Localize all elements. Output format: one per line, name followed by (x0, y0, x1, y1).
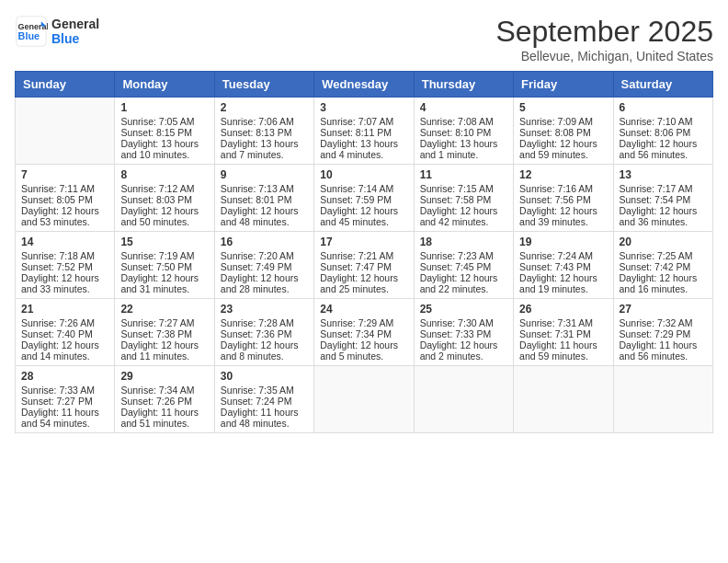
day-info-line: Daylight: 12 hours (620, 272, 707, 283)
calendar-cell: 2Sunrise: 7:06 AMSunset: 8:13 PMDaylight… (214, 98, 313, 165)
day-info-line: Sunset: 7:50 PM (120, 261, 208, 272)
calendar-cell: 9Sunrise: 7:13 AMSunset: 8:01 PMDaylight… (214, 165, 313, 232)
day-info-line: Sunrise: 7:32 AM (620, 317, 707, 328)
day-info-line: and 19 minutes. (519, 283, 607, 294)
weekday-header-thursday: Thursday (414, 72, 513, 98)
calendar-cell: 25Sunrise: 7:30 AMSunset: 7:33 PMDayligh… (414, 299, 513, 366)
day-info-line: Daylight: 11 hours (21, 407, 108, 418)
day-info-line: Sunset: 8:15 PM (120, 127, 208, 138)
day-info-line: Sunset: 7:31 PM (519, 328, 607, 339)
day-info-line: Sunset: 7:24 PM (221, 396, 308, 407)
calendar-cell: 16Sunrise: 7:20 AMSunset: 7:49 PMDayligh… (214, 232, 313, 299)
day-info-line: and 36 minutes. (620, 216, 707, 227)
day-number: 21 (21, 303, 108, 316)
weekday-header-friday: Friday (514, 72, 613, 98)
calendar-cell (613, 366, 712, 433)
calendar-cell: 27Sunrise: 7:32 AMSunset: 7:29 PMDayligh… (613, 299, 712, 366)
day-number: 4 (420, 101, 507, 114)
day-info-line: Sunset: 7:27 PM (21, 396, 108, 407)
day-info-line: Sunrise: 7:24 AM (519, 250, 607, 261)
day-info-line: and 14 minutes. (21, 350, 108, 362)
day-number: 2 (221, 101, 308, 114)
day-info-line: Daylight: 12 hours (120, 272, 208, 283)
day-info-line: Sunset: 7:34 PM (320, 328, 407, 339)
day-number: 24 (320, 303, 407, 316)
calendar-cell: 7Sunrise: 7:11 AMSunset: 8:05 PMDaylight… (16, 165, 115, 232)
day-info-line: Sunset: 7:29 PM (620, 328, 707, 339)
day-info-line: and 56 minutes. (620, 350, 707, 362)
day-info-line: Sunrise: 7:11 AM (21, 183, 108, 194)
page-header: General Blue General Blue September 2025… (15, 15, 713, 63)
day-info-line: Daylight: 12 hours (221, 339, 308, 350)
calendar-cell: 1Sunrise: 7:05 AMSunset: 8:15 PMDaylight… (115, 98, 214, 165)
calendar-cell (314, 366, 414, 433)
day-info-line: Sunrise: 7:25 AM (620, 250, 707, 261)
calendar-cell: 24Sunrise: 7:29 AMSunset: 7:34 PMDayligh… (314, 299, 414, 366)
weekday-header-wednesday: Wednesday (314, 72, 414, 98)
day-number: 12 (519, 168, 607, 181)
weekday-header-tuesday: Tuesday (214, 72, 313, 98)
month-title: September 2025 (495, 15, 713, 49)
day-info-line: and 10 minutes. (120, 149, 208, 160)
day-number: 17 (320, 236, 407, 248)
day-info-line: and 50 minutes. (120, 216, 208, 227)
day-info-line: Sunrise: 7:28 AM (221, 317, 308, 328)
day-info-line: and 53 minutes. (21, 216, 108, 227)
day-number: 22 (120, 303, 208, 316)
day-info-line: and 7 minutes. (221, 149, 308, 160)
calendar-week-1: 7Sunrise: 7:11 AMSunset: 8:05 PMDaylight… (16, 165, 713, 232)
title-block: September 2025 Bellevue, Michigan, Unite… (495, 15, 713, 63)
weekday-header-saturday: Saturday (613, 72, 712, 98)
logo-text: General Blue (51, 17, 99, 46)
day-info-line: and 4 minutes. (320, 149, 407, 160)
day-info-line: Daylight: 11 hours (620, 339, 707, 350)
calendar-cell: 28Sunrise: 7:33 AMSunset: 7:27 PMDayligh… (16, 366, 115, 433)
day-info-line: and 25 minutes. (320, 283, 407, 294)
day-info-line: Sunset: 7:38 PM (120, 328, 208, 339)
day-info-line: Daylight: 12 hours (420, 272, 507, 283)
calendar-cell (514, 366, 613, 433)
day-info-line: and 56 minutes. (620, 149, 707, 160)
weekday-header-row: SundayMondayTuesdayWednesdayThursdayFrid… (16, 72, 713, 98)
day-info-line: Sunrise: 7:27 AM (120, 317, 208, 328)
day-info-line: Sunrise: 7:05 AM (120, 116, 208, 127)
day-number: 11 (420, 168, 507, 181)
day-info-line: Sunrise: 7:07 AM (320, 116, 407, 127)
day-info-line: Daylight: 12 hours (320, 339, 407, 350)
day-info-line: Daylight: 12 hours (221, 272, 308, 283)
day-info-line: Daylight: 11 hours (221, 407, 308, 418)
calendar-cell: 26Sunrise: 7:31 AMSunset: 7:31 PMDayligh… (514, 299, 613, 366)
day-info-line: and 51 minutes. (120, 418, 208, 429)
day-info-line: and 11 minutes. (120, 350, 208, 362)
location-subtitle: Bellevue, Michigan, United States (495, 49, 713, 63)
calendar-week-3: 21Sunrise: 7:26 AMSunset: 7:40 PMDayligh… (16, 299, 713, 366)
calendar-cell (414, 366, 513, 433)
svg-text:Blue: Blue (18, 30, 40, 41)
logo: General Blue General Blue (15, 15, 99, 48)
day-info-line: Sunset: 8:06 PM (620, 127, 707, 138)
day-info-line: Sunrise: 7:14 AM (320, 183, 407, 194)
day-info-line: Daylight: 13 hours (221, 138, 308, 149)
day-info-line: and 31 minutes. (120, 283, 208, 294)
day-number: 1 (120, 101, 208, 114)
day-number: 18 (420, 236, 507, 248)
day-info-line: Daylight: 11 hours (519, 339, 607, 350)
day-info-line: Daylight: 13 hours (320, 138, 407, 149)
day-info-line: Sunset: 8:13 PM (221, 127, 308, 138)
day-info-line: Sunrise: 7:18 AM (21, 250, 108, 261)
day-info-line: Sunset: 8:10 PM (420, 127, 507, 138)
day-info-line: and 33 minutes. (21, 283, 108, 294)
day-info-line: and 8 minutes. (221, 350, 308, 362)
day-info-line: Sunrise: 7:13 AM (221, 183, 308, 194)
day-info-line: Sunset: 8:05 PM (21, 194, 108, 205)
weekday-header-monday: Monday (115, 72, 214, 98)
day-number: 9 (221, 168, 308, 181)
day-info-line: Sunset: 7:58 PM (420, 194, 507, 205)
day-info-line: and 59 minutes. (519, 149, 607, 160)
day-info-line: Sunset: 7:33 PM (420, 328, 507, 339)
logo-icon: General Blue (15, 15, 48, 48)
day-info-line: Sunrise: 7:06 AM (221, 116, 308, 127)
day-info-line: and 42 minutes. (420, 216, 507, 227)
day-info-line: Sunset: 7:26 PM (120, 396, 208, 407)
calendar-cell: 4Sunrise: 7:08 AMSunset: 8:10 PMDaylight… (414, 98, 513, 165)
